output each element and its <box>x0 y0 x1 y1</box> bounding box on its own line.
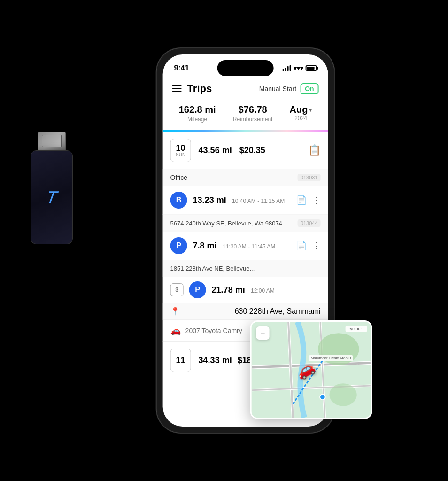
month-chevron-icon: ▾ <box>309 107 312 113</box>
year-value: 2024 <box>290 115 312 122</box>
trip-mileage-3: 21.78 mi <box>212 285 245 295</box>
trip-actions-2: 📄 ⋮ <box>296 240 321 251</box>
svg-point-10 <box>329 383 356 406</box>
day-badge-11: 11 <box>170 349 191 372</box>
hamburger-menu[interactable] <box>172 85 182 92</box>
bottom-mileage: 34.33 mi <box>199 356 232 365</box>
trip-time-1: 10:40 AM - 11:15 AM <box>232 198 285 204</box>
report-icon[interactable]: 📋 <box>308 144 321 156</box>
trip-circle-p2: P <box>189 281 206 298</box>
battery-icon <box>306 65 317 71</box>
dongle-logo: T <box>45 187 58 207</box>
trip-mileage-2: 7.8 mi <box>193 241 217 250</box>
header-left: Trips <box>172 83 212 95</box>
svg-point-11 <box>320 394 325 400</box>
phone-wrapper: 9:41 ▾▾▾ <box>156 48 335 433</box>
map-right-label: trymour... <box>346 326 367 332</box>
location-id: 013031 <box>298 174 321 181</box>
document-icon[interactable]: 📄 <box>296 195 307 205</box>
app-header: Trips Manual Start On <box>163 79 328 101</box>
more-icon[interactable]: ⋮ <box>312 195 321 205</box>
trip-circle-b: B <box>170 192 187 209</box>
day-row-10[interactable]: 10 SUN 43.56 mi $20.35 📋 <box>163 132 328 169</box>
reimbursement-label: Reimbursement <box>233 116 273 123</box>
on-badge[interactable]: On <box>300 83 318 94</box>
trip-location-office: Office 013031 <box>163 169 328 186</box>
stats-bar: 162.8 mi Mileage $76.78 Reimbursement Au… <box>163 101 328 130</box>
month-stat[interactable]: Aug ▾ 2024 <box>290 104 312 123</box>
day-cost: $20.35 <box>239 146 265 155</box>
trip-info-1: 13.23 mi 10:40 AM - 11:15 AM <box>193 195 296 205</box>
location-pin-icon: 📍 <box>170 307 180 316</box>
reimbursement-value: $76.78 <box>233 104 273 115</box>
destination-row-1: 5674 240th Way SE, Bellevue, Wa 98074 01… <box>163 215 328 232</box>
month-value: Aug ▾ <box>290 104 312 115</box>
location-630: 📍 630 228th Ave, Sammami <box>163 303 328 319</box>
dongle-usb-connector <box>38 132 66 150</box>
location-630-name: 630 228th Ave, Sammami <box>235 307 321 316</box>
day-name: SUN <box>176 152 185 157</box>
trip-time-2: 11:30 AM - 11:45 AM <box>223 243 275 250</box>
location-name: Office <box>170 174 187 181</box>
trip-info-3: 21.78 mi 12:00 AM <box>212 285 321 295</box>
day-mileage: 43.56 mi <box>199 146 232 155</box>
status-icons: ▾▾▾ <box>283 65 317 72</box>
car-icon: 🚗 <box>170 326 181 336</box>
header-right: Manual Start On <box>259 83 319 94</box>
dongle: T <box>14 132 89 272</box>
dongle-body: T <box>31 150 73 244</box>
mileage-label: Mileage <box>179 116 216 123</box>
signal-icon <box>283 65 291 71</box>
dest-id-1: 013044 <box>298 219 321 227</box>
scene: T 9:41 ▾▾▾ <box>0 0 448 481</box>
trip-info-2: 7.8 mi 11:30 AM - 11:45 AM <box>193 241 296 251</box>
header-title: Trips <box>187 83 212 95</box>
manual-start-label: Manual Start <box>259 85 296 93</box>
day-badge-10: 10 SUN <box>170 139 191 162</box>
mileage-value: 162.8 mi <box>179 104 216 115</box>
reimbursement-stat: $76.78 Reimbursement <box>233 104 273 123</box>
trip-entry-1[interactable]: B 13.23 mi 10:40 AM - 11:15 AM 📄 ⋮ <box>163 186 328 215</box>
trip-entry-2[interactable]: P 7.8 mi 11:30 AM - 11:45 AM 📄 ⋮ <box>163 232 328 260</box>
wifi-icon: ▾▾▾ <box>294 65 303 72</box>
trip-circle-p1: P <box>170 237 187 254</box>
trip-mileage-1: 13.23 mi <box>193 195 226 205</box>
dest-row-1851: 1851 228th Ave NE, Bellevue... <box>163 260 328 277</box>
dest-name-1: 5674 240th Way SE, Bellevue, Wa 98074 <box>170 220 282 227</box>
day-stats: 43.56 mi $20.35 <box>199 146 308 155</box>
status-time: 9:41 <box>174 64 189 72</box>
trip-actions-1: 📄 ⋮ <box>296 195 321 205</box>
timeline-dot-3: 3 <box>170 283 184 296</box>
map-park-label: Marymoor Picnic Area B <box>309 355 353 361</box>
timeline-3: 3 <box>170 283 184 296</box>
day-11-num: 11 <box>176 356 185 365</box>
vehicle-name: 2007 Toyota Camry <box>185 327 242 334</box>
dynamic-island <box>217 60 274 76</box>
more-icon-2[interactable]: ⋮ <box>312 240 321 251</box>
map-background: − 🚗 trymour... Marymoor Picnic Area B <box>252 322 371 418</box>
trip-time-3: 12:00 AM <box>251 287 275 294</box>
day-number: 10 <box>176 144 185 152</box>
mileage-stat: 162.8 mi Mileage <box>179 104 216 123</box>
map-overlay: − 🚗 trymour... Marymoor Picnic Area B <box>250 320 372 419</box>
trip-row-3[interactable]: 3 P 21.78 mi 12:00 AM <box>163 277 328 303</box>
map-minus-button[interactable]: − <box>256 326 270 340</box>
document-icon-2[interactable]: 📄 <box>296 240 307 251</box>
dest-1851: 1851 228th Ave NE, Bellevue... <box>170 265 255 272</box>
